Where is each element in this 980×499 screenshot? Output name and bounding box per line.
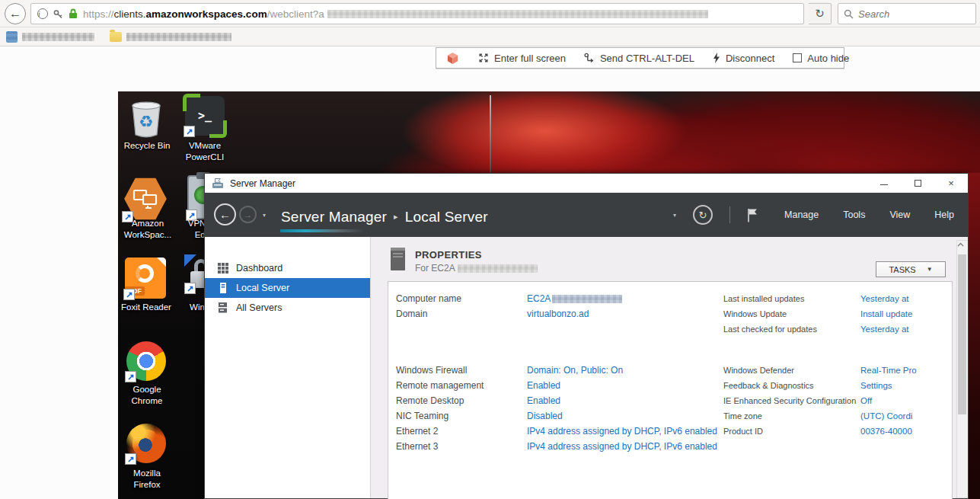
menu-item[interactable]: Tools	[843, 210, 865, 220]
desktop-icon-vmware-powercli[interactable]: >_	[185, 96, 225, 136]
search-icon	[844, 9, 854, 19]
browser-toolbar: ← i https://clients.amazonworkspaces.com…	[0, 0, 980, 27]
refresh-icon[interactable]: ↻	[693, 205, 713, 225]
nav-history-dropdown-icon[interactable]: ▾	[263, 212, 266, 219]
property-row: Remote management Enabled	[396, 378, 723, 393]
breadcrumb-root[interactable]: Server Manager	[281, 209, 387, 225]
property-row: Feedback & Diagnostics Settings	[723, 378, 952, 393]
property-label: Windows Firewall	[396, 363, 527, 378]
sidebar-item-local-server[interactable]: Local Server	[205, 278, 370, 298]
auto-hide-toggle[interactable]: Auto hide	[793, 53, 849, 64]
property-value-link[interactable]: Enabled	[527, 393, 560, 408]
dashboard-icon	[218, 263, 228, 273]
close-button[interactable]: ×	[934, 174, 968, 193]
property-value-link[interactable]: Off	[860, 393, 872, 408]
car-antenna-art	[490, 95, 491, 173]
key-icon	[584, 53, 595, 63]
window-titlebar[interactable]: Server Manager ×	[205, 174, 968, 193]
property-value-link[interactable]: Enabled	[527, 378, 560, 393]
menu-item[interactable]: Manage	[784, 210, 819, 220]
property-label: Last checked for updates	[723, 321, 860, 337]
send-ctrl-alt-del-button[interactable]: Send CTRL-ALT-DEL	[584, 53, 694, 64]
desktop-art-right-edge	[969, 173, 980, 499]
property-row: Domain virtualbonzo.ad	[396, 306, 716, 321]
refresh-progress-bar	[280, 229, 364, 232]
svg-text:♻: ♻	[139, 112, 153, 131]
property-value-link[interactable]: Domain: On, Public: On	[527, 363, 623, 378]
property-value-link[interactable]: EC2A	[527, 291, 622, 306]
desktop-icon-label: Recycle Bin	[118, 140, 176, 152]
browser-back-button[interactable]: ←	[5, 3, 26, 24]
property-label: Time zone	[723, 408, 860, 424]
nav-back-button[interactable]: ←	[214, 203, 236, 226]
enter-fullscreen-button[interactable]: Enter full screen	[478, 53, 566, 64]
tasks-dropdown-button[interactable]: TASKS ▼	[876, 261, 946, 277]
property-label: Remote Desktop	[396, 393, 527, 408]
disconnect-button[interactable]: Disconnect	[713, 53, 774, 64]
auto-hide-checkbox[interactable]	[793, 53, 802, 62]
property-row: Product ID 00376-40000	[723, 424, 952, 439]
property-label: Ethernet 3	[396, 439, 527, 454]
desktop-icon-recycle-bin[interactable]: ♻	[126, 96, 166, 139]
minimize-button[interactable]	[867, 174, 901, 193]
sidebar-item-all-servers[interactable]: All Servers	[205, 298, 370, 318]
property-value-link[interactable]: virtualbonzo.ad	[527, 306, 589, 321]
property-label: NIC Teaming	[396, 408, 527, 424]
property-value-link[interactable]: (UTC) Coordi	[860, 408, 912, 424]
desktop-icon-google-chrome[interactable]	[126, 341, 166, 381]
browser-search-box[interactable]: Search	[838, 3, 976, 24]
properties-group-network: Windows Firewall Domain: On, Public: On …	[396, 363, 723, 454]
all-servers-icon	[218, 302, 228, 313]
property-value-link[interactable]: Yesterday at	[860, 291, 909, 306]
content-scrollbar[interactable]	[956, 240, 968, 498]
navbar-divider	[729, 206, 730, 223]
property-value-link[interactable]: Install update	[860, 306, 912, 321]
bookmarks-bar	[0, 27, 980, 46]
server-manager-app-icon	[212, 178, 224, 190]
browser-reload-button[interactable]: ↻	[809, 3, 832, 24]
computer-name-redacted	[458, 264, 538, 273]
desktop-icon-mozilla-firefox[interactable]	[126, 424, 166, 463]
properties-group-identity: Computer name EC2A Domain virtualbonzo.a…	[396, 291, 716, 321]
scroll-up-icon[interactable]	[957, 242, 968, 247]
page-info-icon[interactable]: i	[37, 8, 48, 19]
url-redacted-query	[327, 10, 708, 18]
menu-item[interactable]: Help	[934, 210, 954, 220]
property-row: Windows Firewall Domain: On, Public: On	[396, 363, 723, 378]
property-row: Windows Update Install update	[723, 306, 952, 321]
property-value-link[interactable]: Yesterday at	[860, 321, 909, 337]
property-value-link[interactable]: 00376-40000	[860, 424, 912, 439]
url-bar[interactable]: i https://clients.amazonworkspaces.com/w…	[30, 3, 804, 24]
menu-item[interactable]: View	[889, 210, 910, 220]
desktop-icon-amazon-workspaces[interactable]	[123, 177, 168, 221]
property-value-link[interactable]: IPv4 address assigned by DHCP, IPv6 enab…	[527, 424, 717, 439]
property-value-link[interactable]: Settings	[860, 378, 892, 393]
nav-forward-button[interactable]: →	[239, 206, 257, 223]
property-value-link[interactable]: IPv4 address assigned by DHCP, IPv6 enab…	[527, 439, 717, 454]
server-manager-content: Dashboard Local Server All Servers	[205, 237, 968, 498]
property-value-link[interactable]: Real-Time Pro	[860, 363, 917, 378]
bookmark-folder[interactable]	[110, 32, 231, 42]
desktop-icon-foxit-reader[interactable]: PDF	[125, 257, 166, 299]
sidebar-item-dashboard[interactable]: Dashboard	[205, 258, 370, 278]
url-domain: amazonworkspaces.com	[146, 8, 267, 20]
bookmark-item[interactable]	[6, 31, 94, 43]
maximize-button[interactable]	[901, 174, 934, 193]
property-value-link[interactable]: Disabled	[527, 408, 563, 424]
url-scheme: https://	[83, 8, 114, 20]
scrollbar-thumb[interactable]	[958, 254, 966, 414]
property-label: IE Enhanced Security Configuration	[723, 393, 860, 408]
fullscreen-icon	[478, 53, 489, 63]
property-row: Windows Defender Real-Time Pro	[723, 363, 952, 378]
notifications-flag-icon[interactable]	[747, 208, 758, 222]
property-row: Computer name EC2A	[396, 291, 716, 306]
saved-login-key-icon[interactable]	[53, 9, 63, 19]
server-dropdown-icon[interactable]: ▾	[673, 212, 676, 219]
shortcut-arrow-icon	[184, 283, 196, 294]
properties-server-icon	[391, 248, 405, 270]
https-lock-icon[interactable]	[69, 8, 78, 19]
workspaces-logo-icon	[445, 51, 460, 66]
local-server-icon	[218, 283, 228, 293]
desktop-icon-label: VMwarePowerCLI	[174, 140, 235, 163]
breadcrumb-current[interactable]: Local Server	[405, 209, 488, 225]
